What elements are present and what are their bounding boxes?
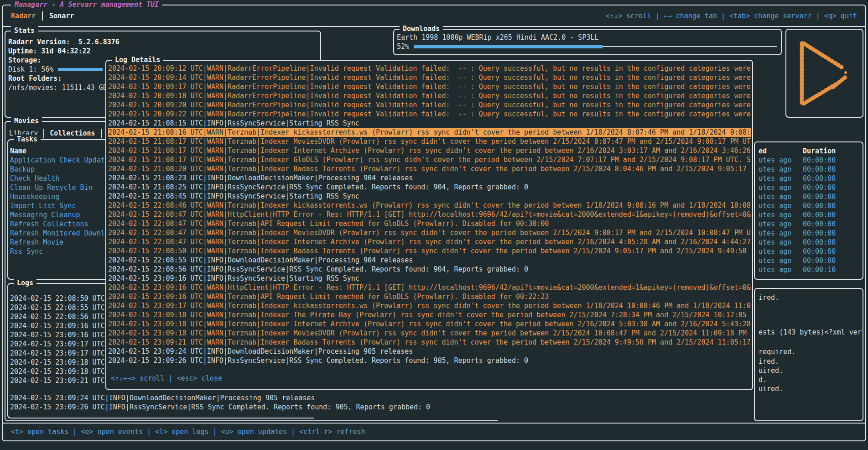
log-line[interactable]: 2024-02-15 23:09:24 UTC|INFO|DownloadDec… xyxy=(108,347,751,356)
stats-uptime-value: 31d 04:32:22 xyxy=(41,47,90,55)
log-line[interactable]: 2024-02-15 20:09:20 UTC|WARN|RadarrError… xyxy=(108,100,751,110)
download-percent-label: 52% xyxy=(397,42,409,51)
log-line[interactable]: 2024-02-15 22:08:46 UTC|WARN|Torznab|Ind… xyxy=(108,201,751,210)
logs-line-full: 2024-02-15 23:09:26 UTC|INFO|RssSyncServ… xyxy=(10,403,430,412)
logs-panel-title: Logs xyxy=(14,278,36,288)
task-duration-value: 00:00:00 xyxy=(803,165,836,174)
log-line[interactable]: 2024-02-15 23:09:16 UTC|WARN|HttpClient|… xyxy=(108,283,751,292)
log-line[interactable]: 2024-02-15 23:09:18 UTC|WARN|Torznab|Ind… xyxy=(108,310,751,319)
log-line[interactable]: 2024-02-15 23:09:21 UTC|WARN|Torznab|Ind… xyxy=(108,338,751,347)
top-keybind-hints: <↑↓> scroll | ←→ change tab | <tab> chan… xyxy=(606,11,857,21)
log-line[interactable]: 2024-02-15 23:09:16 UTC|WARN|Torznab|API… xyxy=(108,292,751,301)
log-line[interactable]: 2024-02-15 20:09:22 UTC|WARN|RadarrError… xyxy=(108,110,751,119)
log-line[interactable]: 2024-02-15 20:09:12 UTC|WARN|RadarrError… xyxy=(108,64,751,73)
task-next-execution-fragment: utes ago xyxy=(759,238,791,247)
task-duration-value: 00:00:00 xyxy=(803,183,836,192)
task-duration-value: 00:00:00 xyxy=(803,220,836,229)
task-next-execution-fragment: utes ago xyxy=(759,247,791,256)
task-duration-value: 00:00:00 xyxy=(803,156,836,165)
log-line[interactable]: 2024-02-15 21:08:16 UTC|WARN|Torznab|Ind… xyxy=(108,128,751,137)
log-line[interactable]: 2024-02-15 20:09:17 UTC|WARN|RadarrError… xyxy=(108,82,751,91)
log-line[interactable]: 2024-02-15 22:08:55 UTC|INFO|DownloadDec… xyxy=(108,256,751,265)
log-line[interactable]: 2024-02-15 22:08:47 UTC|WARN|HttpClient|… xyxy=(108,210,751,219)
task-duration-value: 00:00:00 xyxy=(803,229,836,238)
log-line[interactable]: 2024-02-15 21:08:17 UTC|WARN|Torznab|Ind… xyxy=(108,137,751,146)
event-line-fragment: ests (143 bytes)<?xml ver xyxy=(759,328,862,337)
tasks-table-duration-header: Duration xyxy=(803,147,836,156)
log-line[interactable]: 2024-02-15 21:08:15 UTC|INFO|RssSyncServ… xyxy=(108,119,751,128)
log-line[interactable]: 2024-02-15 22:08:50 UTC|WARN|Torznab|Ind… xyxy=(108,246,751,256)
log-details-modal: Log Details 2024-02-15 20:09:12 UTC|WARN… xyxy=(105,60,753,390)
movies-panel-title: Movies xyxy=(11,116,42,126)
log-line[interactable]: 2024-02-15 22:08:47 UTC|WARN|Torznab|Ind… xyxy=(108,228,751,237)
log-line[interactable]: 2024-02-15 20:09:18 UTC|WARN|RadarrError… xyxy=(108,91,751,100)
footer-separator xyxy=(2,423,866,424)
task-duration-value: 00:00:10 xyxy=(803,265,836,274)
app-title: Managarr - A Servarr management TUI xyxy=(11,0,162,9)
tab-sonarr[interactable]: Sonarr xyxy=(49,11,74,21)
task-next-execution-fragment: utes ago xyxy=(759,220,791,229)
log-line[interactable]: 2024-02-15 22:08:56 UTC|INFO|RssSyncServ… xyxy=(108,265,751,274)
stats-uptime-row: Uptime: 31d 04:32:22 xyxy=(8,47,318,56)
servarr-tabs: Radarr Sonarr xyxy=(11,11,74,21)
task-next-execution-fragment: utes ago xyxy=(759,174,791,183)
task-next-execution-fragment: utes ago xyxy=(759,165,791,174)
log-line-list[interactable]: 2024-02-15 20:09:12 UTC|WARN|RadarrError… xyxy=(108,64,751,365)
log-line[interactable]: 2024-02-15 21:08:25 UTC|INFO|RssSyncServ… xyxy=(108,183,751,192)
stats-version-value: 5.2.6.8376 xyxy=(78,38,120,46)
task-duration-value: 00:00:00 xyxy=(803,210,836,220)
stats-panel-title: Stats xyxy=(11,26,38,35)
logs-line-full: 2024-02-15 23:09:24 UTC|INFO|DownloadDec… xyxy=(10,393,315,403)
log-line[interactable]: 2024-02-15 22:08:45 UTC|INFO|RssSyncServ… xyxy=(108,192,751,201)
task-duration-value: 00:00:00 xyxy=(803,247,836,256)
log-line[interactable]: 2024-02-15 23:09:26 UTC|INFO|RssSyncServ… xyxy=(108,356,751,365)
disk-usage-gauge xyxy=(58,68,103,71)
task-next-execution-fragment: utes ago xyxy=(759,265,791,274)
footer-keybind-hints: <t> open tasks | <e> open events | <l> o… xyxy=(11,427,365,436)
log-line[interactable]: 2024-02-15 23:09:16 UTC|INFO|RssSyncServ… xyxy=(108,274,751,283)
download-progress-bar xyxy=(414,45,777,48)
log-line[interactable]: 2024-02-15 23:09:17 UTC|WARN|Torznab|Ind… xyxy=(108,301,751,310)
task-next-execution-fragment: utes ago xyxy=(759,183,791,192)
stats-disk-label: Disk 1: 56% xyxy=(8,65,53,74)
task-duration-value: 00:00:00 xyxy=(803,174,836,183)
event-line-fragment: ired. xyxy=(759,293,779,302)
logo-panel xyxy=(785,29,863,118)
log-line[interactable]: 2024-02-15 21:08:20 UTC|WARN|Torznab|Ind… xyxy=(108,164,751,173)
log-line[interactable]: 2024-02-15 23:09:18 UTC|WARN|Torznab|Ind… xyxy=(108,319,751,329)
event-line-fragment: d. xyxy=(759,375,767,384)
log-details-title: Log Details xyxy=(112,55,163,64)
log-line[interactable]: 2024-02-15 21:08:23 UTC|INFO|DownloadDec… xyxy=(108,173,751,183)
downloads-panel-title: Downloads xyxy=(400,24,443,33)
task-duration-value: 00:00:00 xyxy=(803,201,836,210)
modal-keybind-hints: <↑↓←→> scroll | <esc> close xyxy=(111,374,222,383)
managarr-app-window: Managarr - A Servarr management TUI Rada… xyxy=(0,0,868,450)
task-next-execution-fragment: utes ago xyxy=(759,156,791,165)
log-line[interactable]: 2024-02-15 22:08:47 UTC|WARN|Torznab|Ind… xyxy=(108,237,751,246)
task-next-execution-fragment: utes ago xyxy=(759,229,791,238)
tasks-panel-title: Tasks xyxy=(14,135,41,144)
log-line[interactable]: 2024-02-15 21:08:17 UTC|WARN|Torznab|Ind… xyxy=(108,155,751,164)
tab-collections[interactable]: Collections xyxy=(50,129,95,138)
log-line[interactable]: 2024-02-15 23:09:18 UTC|WARN|Torznab|Ind… xyxy=(108,329,751,338)
tab-divider xyxy=(42,11,43,21)
stats-version-row: Radarr Version: 5.2.6.8376 xyxy=(8,37,318,47)
download-item-name: Earth 1998 1080p WEBRip x265 Hindi AAC2.… xyxy=(397,33,599,42)
download-progress-row: 52% xyxy=(397,42,777,51)
task-next-execution-fragment: utes ago xyxy=(759,210,791,220)
tab-radarr[interactable]: Radarr xyxy=(11,11,36,21)
radarr-logo-icon xyxy=(797,40,852,107)
tab-divider xyxy=(43,129,44,138)
task-duration-value: 00:00:00 xyxy=(803,192,836,201)
log-line[interactable]: 2024-02-15 20:09:14 UTC|WARN|RadarrError… xyxy=(108,73,751,82)
task-next-execution-fragment: utes ago xyxy=(759,192,791,201)
tasks-table-header-fragment: ed xyxy=(759,147,767,156)
event-line-fragment: uired. xyxy=(759,384,783,393)
task-duration-value: 00:00:00 xyxy=(803,256,836,265)
task-duration-value: 00:00:00 xyxy=(803,238,836,247)
log-line[interactable]: 2024-02-15 22:08:47 UTC|WARN|Torznab|API… xyxy=(108,219,751,228)
downloads-panel: Downloads Earth 1998 1080p WEBRip x265 H… xyxy=(393,29,782,55)
log-line[interactable]: 2024-02-15 21:08:17 UTC|WARN|Torznab|Ind… xyxy=(108,146,751,155)
task-next-execution-fragment: utes ago xyxy=(759,256,791,265)
tab-divider xyxy=(101,129,102,138)
